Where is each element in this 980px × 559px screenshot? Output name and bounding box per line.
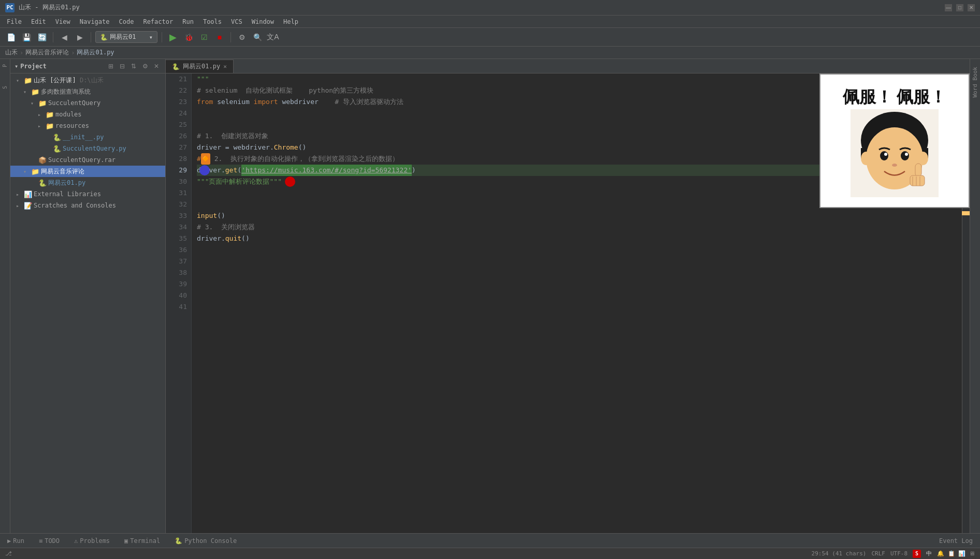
code-input-paren: () (217, 210, 225, 222)
tree-item-rar[interactable]: 📦 SucculentQuery.rar (10, 154, 165, 166)
todo-tab-icon: ≡ (39, 537, 42, 545)
search-button[interactable]: 🔍 (251, 31, 264, 44)
run-tab-icon: ▶ (7, 537, 11, 545)
s-icon[interactable]: S (913, 550, 921, 558)
menu-edit[interactable]: Edit (27, 17, 50, 26)
menu-view[interactable]: View (51, 17, 75, 26)
menu-code[interactable]: Code (115, 17, 138, 26)
tree-item-duorou[interactable]: ▾ 📁 多肉数据查询系统 (10, 86, 165, 97)
sort-button[interactable]: ⇅ (129, 62, 138, 71)
chinese-status[interactable]: 中 (926, 550, 932, 557)
tab-close-button[interactable]: ✕ (223, 63, 227, 70)
minimize-button[interactable]: — (945, 4, 952, 11)
project-panel-icon[interactable]: P (2, 64, 8, 67)
encoding[interactable]: UTF-8 (890, 550, 907, 557)
code-line-41 (197, 301, 957, 313)
breadcrumb-root[interactable]: 山禾 (5, 48, 18, 57)
maximize-button[interactable]: □ (956, 4, 963, 11)
tree-item-modules[interactable]: ▸ 📁 modules (10, 109, 165, 120)
linenum-33: 33 (170, 210, 187, 222)
code-kw-import: import (254, 96, 282, 108)
menu-navigate[interactable]: Navigate (76, 17, 114, 26)
coverage-button[interactable]: ☑ (197, 31, 211, 44)
code-lparen-29: ( (237, 165, 241, 176)
close-panel-button[interactable]: ✕ (152, 62, 161, 71)
tree-item-wyy01[interactable]: 🐍 网易云01.py (10, 177, 165, 188)
project-dropdown-arrow: ▾ (15, 63, 18, 70)
code-input: input (197, 210, 217, 222)
back-button[interactable]: ◀ (57, 31, 71, 44)
project-panel-header: ▾ Project ⊞ ⊟ ⇅ ⚙ ✕ (10, 59, 165, 73)
title-bar-left: PC 山禾 - 网易云01.py (5, 3, 80, 12)
meme-image: 佩服！ 佩服！ (819, 73, 970, 208)
error-indicator (285, 176, 295, 187)
code-line-36 (197, 244, 957, 256)
settings-tree-button[interactable]: ⚙ (140, 62, 150, 71)
menu-file[interactable]: File (3, 17, 26, 26)
tree-item-succulentquery-py[interactable]: 🐍 SucculentQuery.py (10, 143, 165, 154)
translate-button[interactable]: 文A (266, 31, 280, 44)
code-driver-35: driver (197, 233, 221, 244)
save-button[interactable]: 💾 (20, 31, 33, 44)
menu-tools[interactable]: Tools (199, 17, 226, 26)
run-button[interactable]: ▶ (166, 31, 180, 44)
debug-button[interactable]: 🐞 (182, 31, 195, 44)
terminal-tab-icon: ▣ (124, 537, 128, 545)
expand-all-button[interactable]: ⊞ (106, 62, 116, 71)
problems-tab-icon: ⚠ (74, 537, 78, 545)
stop-button[interactable]: ■ (213, 31, 226, 44)
code-line-33: input() (197, 210, 957, 222)
menu-refactor[interactable]: Refactor (139, 17, 177, 26)
linenum-40: 40 (170, 290, 187, 301)
todo-tab[interactable]: ≡ TODO (36, 536, 63, 546)
project-header-actions[interactable]: ⊞ ⊟ ⇅ ⚙ ✕ (106, 62, 161, 71)
editor-area: 🐍 网易云01.py ✕ 21 22 23 24 25 26 27 28 29 … (166, 59, 970, 533)
event-log-tab[interactable]: Event Log (936, 536, 976, 546)
menu-help[interactable]: Help (279, 17, 302, 26)
tree-item-scratches[interactable]: ▸ 📝 Scratches and Consoles (10, 200, 165, 211)
tree-item-wangyiyun[interactable]: ▾ 📁 网易云音乐评论 (10, 166, 165, 177)
tree-item-init[interactable]: 🐍 __init__.py (10, 131, 165, 143)
tree-item-external[interactable]: ▸ 📊 External Libraries (10, 188, 165, 200)
python-console-tab[interactable]: 🐍 Python Console (171, 536, 240, 546)
collapse-all-button[interactable]: ⊟ (118, 62, 127, 71)
structure-icon[interactable]: S (2, 86, 8, 89)
tree-label-resources: resources (55, 122, 89, 129)
problems-tab[interactable]: ⚠ Problems (71, 536, 113, 546)
tree-folder-duorou: 📁 (31, 88, 39, 96)
code-line-38 (197, 267, 957, 278)
code-webdriver: webdriver (282, 96, 335, 108)
new-file-button[interactable]: 📄 (4, 31, 18, 44)
terminal-tab[interactable]: ▣ Terminal (121, 536, 163, 546)
word-book-label[interactable]: Word Book (972, 67, 978, 98)
close-button[interactable]: ✕ (968, 4, 975, 11)
forward-button[interactable]: ▶ (73, 31, 87, 44)
plugin-icons[interactable]: 🔔 📋 📊 🖥 (937, 550, 975, 557)
run-tab[interactable]: ▶ Run (4, 536, 27, 546)
breadcrumb-parent[interactable]: 网易云音乐评论 (25, 48, 69, 57)
tree-item-succulentquery-folder[interactable]: ▾ 📁 SucculentQuery (10, 97, 165, 109)
editor-tab-wyy01[interactable]: 🐍 网易云01.py ✕ (166, 60, 234, 73)
menu-window[interactable]: Window (248, 17, 278, 26)
project-panel: ▾ Project ⊞ ⊟ ⇅ ⚙ ✕ ▾ 📁 山禾 [公开课] D:\山禾 (10, 59, 166, 533)
menu-vcs[interactable]: VCS (227, 17, 247, 26)
git-status[interactable]: ⎇ (5, 550, 12, 557)
line-ending[interactable]: CRLF (872, 550, 886, 557)
tree-icon-sqpy: 🐍 (53, 145, 61, 153)
cursor-position[interactable]: 29:54 (41 chars) (812, 550, 867, 557)
settings-button[interactable]: ⚙ (235, 31, 249, 44)
code-content-28: 2. 执行对象的自动化操作，（拿到浏览器渲染之后的数据） (210, 153, 399, 165)
menu-run[interactable]: Run (178, 17, 198, 26)
toolbar-separator-3 (162, 32, 162, 42)
code-eq-27: = (225, 142, 234, 153)
svg-rect-11 (915, 164, 921, 176)
meme-face-svg (851, 109, 939, 197)
tree-item-resources[interactable]: ▸ 📁 resources (10, 120, 165, 131)
refresh-button[interactable]: 🔄 (35, 31, 49, 44)
window-controls[interactable]: — □ ✕ (945, 4, 975, 11)
toolbar-separator-4 (230, 32, 231, 42)
project-selector[interactable]: 🐍 网易云01 ▾ (95, 31, 157, 43)
project-tree[interactable]: ▾ 📁 山禾 [公开课] D:\山禾 ▾ 📁 多肉数据查询系统 ▾ 📁 Succ… (10, 73, 165, 533)
tree-root[interactable]: ▾ 📁 山禾 [公开课] D:\山禾 (10, 75, 165, 86)
code-editor[interactable]: 21 22 23 24 25 26 27 28 29 30 31 32 33 3… (166, 73, 970, 533)
